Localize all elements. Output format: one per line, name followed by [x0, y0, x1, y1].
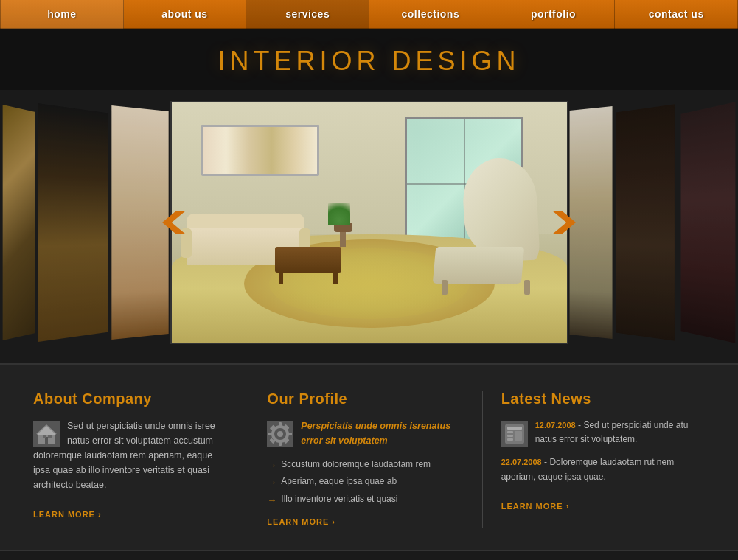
- panel-left-2-image: [38, 103, 107, 342]
- house-icon: [33, 421, 60, 447]
- profile-italic: Perspiciatis unde omnis isrenatus error …: [267, 419, 463, 448]
- svg-rect-20: [507, 435, 513, 437]
- svg-rect-22: [515, 431, 522, 441]
- svg-rect-3: [43, 435, 46, 438]
- panel-left-1-image: [111, 105, 168, 340]
- slider-container: [0, 97, 738, 348]
- room-picture: [201, 125, 319, 176]
- about-text: Sed ut perspiciatis unde omnis isree nat…: [33, 419, 229, 492]
- image-panels: [0, 101, 738, 344]
- news-date-2: 22.07.2008: [501, 458, 542, 466]
- nav-home[interactable]: home: [0, 0, 124, 29]
- nav-collections[interactable]: collections: [369, 0, 492, 29]
- page-title: INTERIOR DESIGN: [0, 46, 738, 77]
- profile-body: Perspiciatis unde omnis isrenatus error …: [267, 419, 463, 457]
- room-plant: [334, 223, 352, 247]
- news-item-1: 12.07.2008 - Sed ut perspiciati unde atu…: [501, 419, 697, 484]
- panel-left-1: [111, 105, 168, 340]
- panel-far-right-image: [680, 102, 735, 343]
- profile-column: Our Profile Perspiciatis unde omnis isre…: [248, 391, 482, 528]
- svg-rect-19: [507, 431, 513, 433]
- profile-learn-more[interactable]: LEARN MORE: [267, 517, 335, 526]
- profile-title: Our Profile: [267, 391, 463, 407]
- panel-right-2: [615, 104, 674, 341]
- footer: Interior design © 2009 | Privacy Policy …: [0, 550, 738, 560]
- content-section: About Company Sed ut perspiciatis unde o…: [0, 363, 738, 550]
- profile-item-1: Sccustum doloremque laudaotam rem: [267, 457, 463, 474]
- panel-far-right: [680, 102, 735, 343]
- svg-rect-18: [507, 427, 522, 430]
- news-title: Latest News: [501, 391, 697, 407]
- svg-rect-11: [287, 433, 292, 435]
- svg-point-7: [277, 431, 283, 437]
- svg-rect-9: [279, 441, 282, 446]
- nav-services[interactable]: services: [246, 0, 369, 29]
- center-room: [172, 102, 567, 343]
- slider-section: [0, 90, 738, 363]
- nav-contact[interactable]: contact us: [615, 0, 738, 29]
- panel-center: [170, 101, 568, 344]
- news-icon: [501, 421, 528, 447]
- panel-right-2-image: [615, 104, 674, 341]
- room-chair: [434, 158, 545, 291]
- about-body: Sed ut perspiciatis unde omnis isree nat…: [33, 419, 229, 501]
- about-title: About Company: [33, 391, 229, 407]
- news-learn-more[interactable]: LEARN MORE: [501, 502, 570, 511]
- nav-about[interactable]: about us: [124, 0, 247, 29]
- profile-item-2: Aperiam, eaque ipsa quae ab: [267, 474, 463, 491]
- about-learn-more[interactable]: LEARN MORE: [33, 510, 102, 519]
- news-body: 12.07.2008 - Sed ut perspiciati unde atu…: [501, 419, 697, 493]
- about-column: About Company Sed ut perspiciatis unde o…: [22, 391, 248, 528]
- news-item-1-text: 12.07.2008 - Sed ut perspiciati unde atu…: [501, 419, 697, 447]
- room-table: [275, 247, 341, 273]
- svg-rect-10: [268, 433, 274, 435]
- panel-far-left: [2, 105, 34, 340]
- news-item-2-text: 22.07.2008 - Doloremque laudaotam rut ne…: [501, 455, 697, 483]
- main-nav: home about us services collections portf…: [0, 0, 738, 29]
- svg-rect-21: [507, 438, 513, 441]
- svg-rect-8: [279, 422, 282, 427]
- news-column: Latest News 12.07.2008 - Sed ut perspici…: [483, 391, 716, 528]
- news-date-1: 12.07.2008: [535, 421, 576, 430]
- panel-far-left-image: [2, 105, 34, 340]
- panel-left-2: [38, 103, 107, 342]
- title-section: INTERIOR DESIGN: [0, 29, 738, 90]
- nav-portfolio[interactable]: portfolio: [492, 0, 616, 29]
- profile-item-3: Illo inventore veritatis et quasi: [267, 491, 463, 508]
- gear-icon: [267, 421, 293, 447]
- svg-rect-4: [48, 435, 52, 438]
